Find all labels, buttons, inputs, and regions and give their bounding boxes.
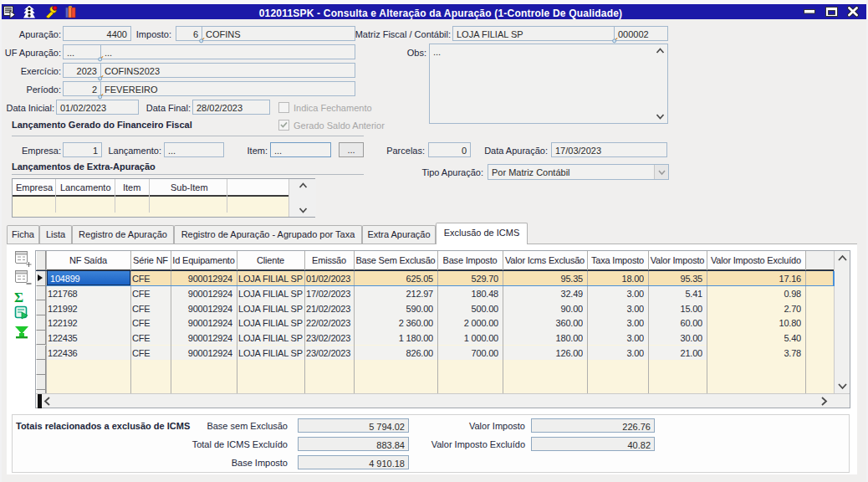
svg-text:Σ: Σ	[14, 290, 23, 305]
